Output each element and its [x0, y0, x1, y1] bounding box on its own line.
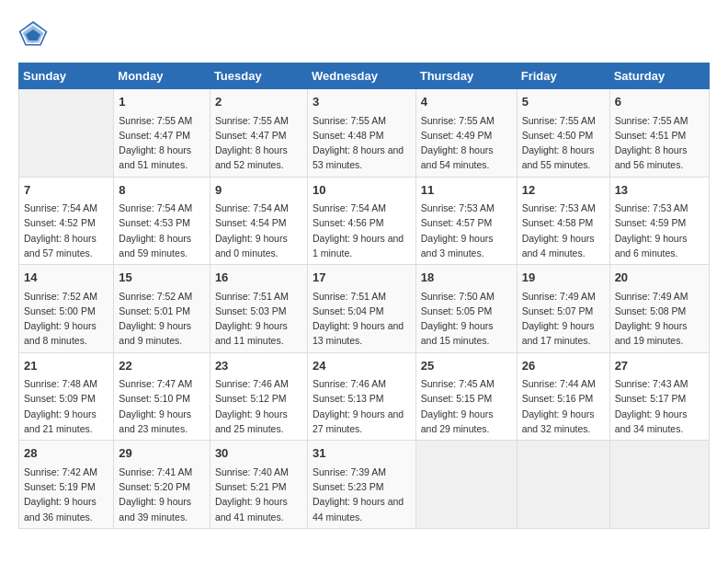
- calendar-cell: 27Sunrise: 7:43 AMSunset: 5:17 PMDayligh…: [609, 352, 709, 441]
- day-info: Sunrise: 7:43 AMSunset: 5:17 PMDaylight:…: [615, 376, 704, 436]
- calendar-cell: 20Sunrise: 7:49 AMSunset: 5:08 PMDayligh…: [609, 265, 709, 353]
- day-number: 17: [313, 269, 411, 287]
- day-info: Sunrise: 7:46 AMSunset: 5:13 PMDaylight:…: [313, 376, 411, 436]
- calendar-cell: 29Sunrise: 7:41 AMSunset: 5:20 PMDayligh…: [114, 441, 210, 529]
- weekday-header-friday: Friday: [517, 63, 609, 89]
- weekday-header-row: SundayMondayTuesdayWednesdayThursdayFrid…: [19, 63, 710, 89]
- day-info: Sunrise: 7:49 AMSunset: 5:07 PMDaylight:…: [522, 289, 605, 349]
- day-number: 22: [119, 357, 205, 375]
- calendar-cell: 7Sunrise: 7:54 AMSunset: 4:52 PMDaylight…: [19, 177, 114, 265]
- day-number: 26: [522, 357, 605, 375]
- day-number: 29: [119, 444, 205, 463]
- calendar-week-row: 14Sunrise: 7:52 AMSunset: 5:00 PMDayligh…: [19, 265, 710, 353]
- day-info: Sunrise: 7:51 AMSunset: 5:04 PMDaylight:…: [313, 289, 411, 349]
- day-info: Sunrise: 7:52 AMSunset: 5:01 PMDaylight:…: [119, 289, 205, 349]
- calendar-cell: 18Sunrise: 7:50 AMSunset: 5:05 PMDayligh…: [415, 265, 517, 353]
- day-info: Sunrise: 7:48 AMSunset: 5:09 PMDaylight:…: [24, 376, 108, 436]
- calendar-cell: [517, 441, 609, 529]
- day-number: 18: [421, 269, 512, 287]
- calendar-cell: 5Sunrise: 7:55 AMSunset: 4:50 PMDaylight…: [517, 89, 609, 178]
- day-number: 12: [522, 181, 605, 200]
- day-number: 23: [215, 357, 302, 375]
- day-number: 14: [24, 269, 108, 287]
- calendar-cell: 13Sunrise: 7:53 AMSunset: 4:59 PMDayligh…: [609, 177, 709, 265]
- calendar-cell: 6Sunrise: 7:55 AMSunset: 4:51 PMDaylight…: [609, 89, 709, 178]
- calendar-cell: 23Sunrise: 7:46 AMSunset: 5:12 PMDayligh…: [210, 352, 307, 441]
- day-number: 2: [215, 93, 302, 111]
- calendar-week-row: 21Sunrise: 7:48 AMSunset: 5:09 PMDayligh…: [19, 352, 710, 441]
- day-info: Sunrise: 7:47 AMSunset: 5:10 PMDaylight:…: [119, 376, 205, 436]
- calendar-cell: 1Sunrise: 7:55 AMSunset: 4:47 PMDaylight…: [114, 89, 210, 178]
- calendar-cell: 21Sunrise: 7:48 AMSunset: 5:09 PMDayligh…: [19, 352, 114, 441]
- day-info: Sunrise: 7:41 AMSunset: 5:20 PMDaylight:…: [119, 465, 205, 524]
- day-number: 1: [119, 93, 205, 111]
- calendar-week-row: 7Sunrise: 7:54 AMSunset: 4:52 PMDaylight…: [19, 177, 710, 265]
- day-number: 20: [615, 269, 704, 287]
- day-info: Sunrise: 7:44 AMSunset: 5:16 PMDaylight:…: [522, 376, 605, 436]
- day-number: 25: [421, 357, 512, 375]
- calendar-cell: 12Sunrise: 7:53 AMSunset: 4:58 PMDayligh…: [517, 177, 609, 265]
- day-number: 15: [119, 269, 205, 287]
- calendar-cell: [609, 441, 709, 529]
- day-number: 4: [421, 93, 512, 111]
- weekday-header-monday: Monday: [114, 63, 210, 89]
- day-info: Sunrise: 7:52 AMSunset: 5:00 PMDaylight:…: [24, 289, 108, 349]
- calendar-cell: 9Sunrise: 7:54 AMSunset: 4:54 PMDaylight…: [210, 177, 307, 265]
- calendar-cell: 25Sunrise: 7:45 AMSunset: 5:15 PMDayligh…: [415, 352, 517, 441]
- day-info: Sunrise: 7:39 AMSunset: 5:23 PMDaylight:…: [313, 465, 411, 524]
- day-info: Sunrise: 7:54 AMSunset: 4:56 PMDaylight:…: [313, 201, 411, 260]
- day-number: 28: [24, 444, 108, 463]
- day-info: Sunrise: 7:55 AMSunset: 4:50 PMDaylight:…: [522, 113, 605, 173]
- day-info: Sunrise: 7:53 AMSunset: 4:58 PMDaylight:…: [522, 201, 605, 260]
- day-info: Sunrise: 7:49 AMSunset: 5:08 PMDaylight:…: [615, 289, 704, 349]
- calendar-cell: 2Sunrise: 7:55 AMSunset: 4:47 PMDaylight…: [210, 89, 307, 178]
- calendar-table: SundayMondayTuesdayWednesdayThursdayFrid…: [18, 63, 710, 529]
- logo-icon: [18, 18, 48, 48]
- calendar-cell: 28Sunrise: 7:42 AMSunset: 5:19 PMDayligh…: [19, 441, 114, 529]
- day-number: 13: [615, 181, 704, 200]
- day-number: 16: [215, 269, 302, 287]
- weekday-header-thursday: Thursday: [415, 63, 517, 89]
- day-number: 6: [615, 93, 704, 111]
- day-number: 31: [313, 444, 411, 463]
- day-number: 19: [522, 269, 605, 287]
- day-info: Sunrise: 7:45 AMSunset: 5:15 PMDaylight:…: [421, 376, 512, 436]
- day-number: 27: [615, 357, 704, 375]
- calendar-cell: 4Sunrise: 7:55 AMSunset: 4:49 PMDaylight…: [415, 89, 517, 178]
- calendar-cell: 19Sunrise: 7:49 AMSunset: 5:07 PMDayligh…: [517, 265, 609, 353]
- day-number: 9: [215, 181, 302, 200]
- calendar-cell: 3Sunrise: 7:55 AMSunset: 4:48 PMDaylight…: [307, 89, 415, 178]
- page-header: [18, 18, 710, 48]
- calendar-cell: 24Sunrise: 7:46 AMSunset: 5:13 PMDayligh…: [307, 352, 415, 441]
- calendar-week-row: 28Sunrise: 7:42 AMSunset: 5:19 PMDayligh…: [19, 441, 710, 529]
- weekday-header-sunday: Sunday: [19, 63, 114, 89]
- calendar-cell: 22Sunrise: 7:47 AMSunset: 5:10 PMDayligh…: [114, 352, 210, 441]
- calendar-cell: 30Sunrise: 7:40 AMSunset: 5:21 PMDayligh…: [210, 441, 307, 529]
- day-number: 24: [313, 357, 411, 375]
- calendar-cell: 31Sunrise: 7:39 AMSunset: 5:23 PMDayligh…: [307, 441, 415, 529]
- calendar-cell: 11Sunrise: 7:53 AMSunset: 4:57 PMDayligh…: [415, 177, 517, 265]
- calendar-cell: 10Sunrise: 7:54 AMSunset: 4:56 PMDayligh…: [307, 177, 415, 265]
- day-info: Sunrise: 7:54 AMSunset: 4:53 PMDaylight:…: [119, 201, 205, 260]
- day-number: 30: [215, 444, 302, 463]
- day-number: 8: [119, 181, 205, 200]
- day-info: Sunrise: 7:51 AMSunset: 5:03 PMDaylight:…: [215, 289, 302, 349]
- day-info: Sunrise: 7:55 AMSunset: 4:51 PMDaylight:…: [615, 113, 704, 173]
- day-number: 5: [522, 93, 605, 111]
- day-info: Sunrise: 7:54 AMSunset: 4:52 PMDaylight:…: [24, 201, 108, 260]
- calendar-cell: 14Sunrise: 7:52 AMSunset: 5:00 PMDayligh…: [19, 265, 114, 353]
- calendar-cell: 26Sunrise: 7:44 AMSunset: 5:16 PMDayligh…: [517, 352, 609, 441]
- day-info: Sunrise: 7:53 AMSunset: 4:59 PMDaylight:…: [615, 201, 704, 260]
- day-info: Sunrise: 7:54 AMSunset: 4:54 PMDaylight:…: [215, 201, 302, 260]
- calendar-week-row: 1Sunrise: 7:55 AMSunset: 4:47 PMDaylight…: [19, 89, 710, 178]
- day-info: Sunrise: 7:55 AMSunset: 4:47 PMDaylight:…: [215, 113, 302, 173]
- day-info: Sunrise: 7:40 AMSunset: 5:21 PMDaylight:…: [215, 465, 302, 524]
- calendar-cell: 16Sunrise: 7:51 AMSunset: 5:03 PMDayligh…: [210, 265, 307, 353]
- calendar-cell: [415, 441, 517, 529]
- day-number: 21: [24, 357, 108, 375]
- day-info: Sunrise: 7:53 AMSunset: 4:57 PMDaylight:…: [421, 201, 512, 260]
- calendar-cell: 17Sunrise: 7:51 AMSunset: 5:04 PMDayligh…: [307, 265, 415, 353]
- day-number: 10: [313, 181, 411, 200]
- day-info: Sunrise: 7:55 AMSunset: 4:47 PMDaylight:…: [119, 113, 205, 173]
- weekday-header-saturday: Saturday: [609, 63, 709, 89]
